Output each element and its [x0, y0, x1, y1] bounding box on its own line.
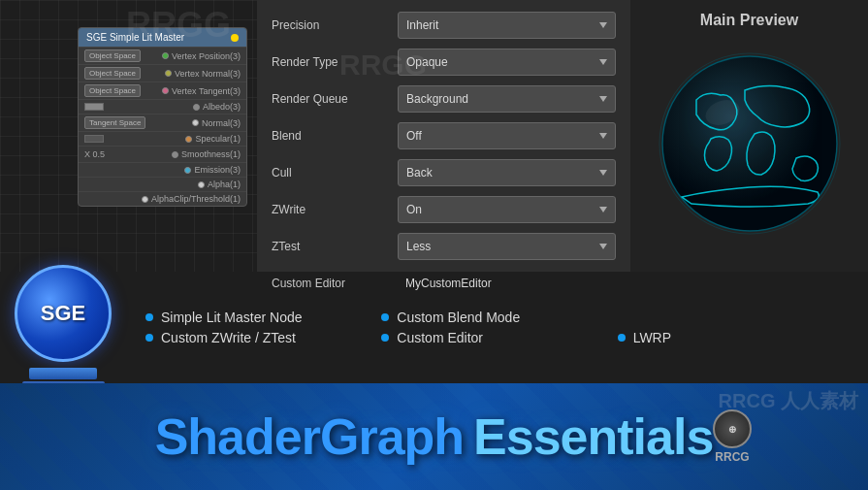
prop-row-precision: Precision Inherit [272, 10, 616, 41]
feature-label-1: Simple Lit Master Node [161, 310, 303, 325]
label-vertex-position: Vertex Position(3) [172, 51, 241, 61]
dot-emission [184, 167, 191, 174]
top-area: RRGG RRGG SGE Simple Lit Master Object S… [0, 0, 868, 272]
node-row-vertex-normal: Object Space Vertex Normal(3) [79, 64, 246, 82]
rrcg-logo-right: ⊕ RRCG [713, 409, 752, 464]
feature-dot-4 [145, 334, 153, 342]
node-row-vertex-tangent: Object Space Vertex Tangent(3) [79, 82, 246, 99]
feature-item-5: Custom Editor [381, 330, 612, 345]
feature-item-4: Custom ZWrite / ZTest [145, 330, 376, 345]
feature-label-2: Custom Blend Mode [397, 310, 520, 325]
prop-value-custom-editor: MyCustomEditor [398, 277, 616, 290]
properties-panel: Precision Inherit Render Type Opaque Ren… [257, 0, 630, 272]
prop-label-zwrite: ZWrite [272, 203, 398, 216]
prop-dropdown-render-queue[interactable]: Background [398, 85, 616, 113]
dot-albedo [193, 104, 200, 111]
prop-label-render-type: Render Type [272, 55, 398, 69]
dot-vertex-tangent [162, 87, 169, 94]
sge-logo: SGE [0, 272, 126, 383]
feature-item-1: Simple Lit Master Node [145, 310, 376, 325]
feature-dot-5 [381, 334, 389, 342]
bottom-banner: ShaderGraph Essentials ⊕ RRCG RRCG 人人素材 [0, 383, 868, 490]
node-title-bar: SGE Simple Lit Master [79, 28, 246, 47]
logo-circle: SGE [15, 265, 112, 362]
prop-dropdown-zwrite[interactable]: On [398, 196, 616, 223]
dot-normal [192, 119, 199, 126]
prop-row-blend: Blend Off [272, 120, 616, 151]
node-row-smoothness: X 0.5 Smoothness(1) [79, 146, 246, 162]
feature-label-5: Custom Editor [397, 330, 483, 345]
prop-label-precision: Precision [272, 18, 398, 32]
prop-row-ztest: ZTest Less [272, 231, 616, 262]
chevron-down-icon [599, 22, 607, 28]
dot-specular [185, 136, 192, 143]
prop-value-render-queue: Background [406, 92, 468, 106]
node-row-vertex-position: Object Space Vertex Position(3) [79, 47, 246, 64]
prop-dropdown-precision[interactable]: Inherit [398, 12, 616, 39]
logo-text: SGE [41, 301, 85, 326]
dot-alpha [198, 181, 205, 188]
node-title-dot [231, 34, 239, 42]
prop-dropdown-blend[interactable]: Off [398, 122, 616, 149]
prop-dropdown-ztest[interactable]: Less [398, 233, 616, 260]
node-row-alpha: Alpha(1) [79, 177, 246, 191]
rrcg-label: RRCG [715, 450, 749, 464]
prop-row-render-type: Render Type Opaque [272, 47, 616, 78]
prop-label-ztest: ZTest [272, 240, 398, 253]
prop-label-custom-editor: Custom Editor [272, 277, 398, 290]
specular-swatch [84, 135, 104, 143]
preview-panel: Main Preview [630, 0, 868, 272]
dot-vertex-position [162, 52, 169, 59]
chevron-down-icon-5 [599, 170, 607, 176]
node-graph-panel: SGE Simple Lit Master Object Space Verte… [0, 0, 257, 272]
node-title-label: SGE Simple Lit Master [86, 32, 184, 43]
node-badge-tangent: Tangent Space [84, 116, 145, 129]
node-badge-objspace3: Object Space [84, 84, 141, 97]
dot-alphaclip [142, 196, 148, 203]
feature-item-6: LWRP [618, 330, 849, 345]
prop-row-cull: Cull Back [272, 157, 616, 188]
node-row-normal: Tangent Space Normal(3) [79, 114, 246, 131]
chevron-down-icon-6 [599, 207, 607, 212]
chevron-down-icon-4 [599, 133, 607, 139]
prop-value-blend: Off [406, 129, 422, 143]
node-badge-objspace1: Object Space [84, 49, 141, 62]
node-row-emission: Emission(3) [79, 162, 246, 177]
chevron-down-icon-2 [599, 59, 607, 65]
prop-value-cull: Back [406, 166, 433, 180]
label-smoothness: Smoothness(1) [181, 149, 241, 159]
feature-label-4: Custom ZWrite / ZTest [161, 330, 296, 345]
globe-container [643, 37, 856, 250]
prop-label-cull: Cull [272, 166, 398, 180]
prop-value-zwrite: On [406, 203, 422, 216]
feature-item-2: Custom Blend Mode [381, 310, 612, 325]
prop-label-render-queue: Render Queue [272, 92, 398, 106]
prop-dropdown-render-type[interactable]: Opaque [398, 49, 616, 76]
feature-dot-1 [145, 313, 153, 321]
prop-value-ztest: Less [406, 240, 431, 253]
feature-dot-2 [381, 313, 389, 321]
banner-text-shadergraph: ShaderGraph [155, 408, 464, 466]
label-alphaclip: AlphaClip/Threshold(1) [151, 194, 241, 204]
label-emission: Emission(3) [194, 165, 241, 175]
dot-smoothness [172, 151, 178, 158]
label-normal: Normal(3) [202, 118, 241, 128]
globe-svg [653, 47, 847, 241]
shader-node-box[interactable]: SGE Simple Lit Master Object Space Verte… [78, 27, 247, 207]
feature-dot-6 [618, 334, 626, 342]
prop-row-custom-editor: Custom Editor MyCustomEditor [272, 268, 616, 299]
banner-text-essentials: Essentials [473, 408, 713, 466]
label-specular: Specular(1) [195, 134, 241, 144]
prop-value-precision: Inherit [406, 18, 438, 32]
feature-label-6: LWRP [633, 330, 671, 345]
node-row-alphaclip: AlphaClip/Threshold(1) [79, 191, 246, 206]
prop-row-zwrite: ZWrite On [272, 194, 616, 225]
chevron-down-icon-3 [599, 96, 607, 102]
x-label-smoothness: X 0.5 [84, 148, 105, 160]
label-vertex-normal: Vertex Normal(3) [175, 69, 241, 79]
chevron-down-icon-7 [599, 244, 607, 249]
inner-logo-icon: ⊕ [728, 424, 736, 435]
preview-title: Main Preview [700, 0, 798, 37]
albedo-swatch [84, 103, 104, 111]
prop-dropdown-cull[interactable]: Back [398, 159, 616, 186]
